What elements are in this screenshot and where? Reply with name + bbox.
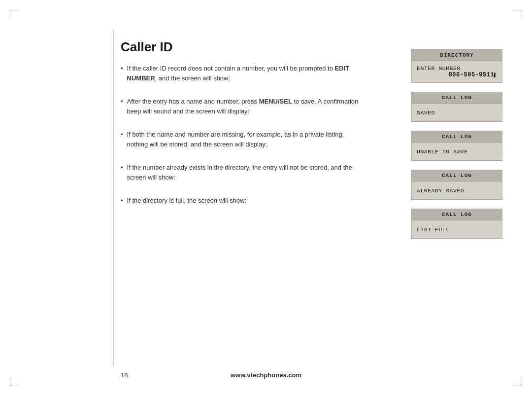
screen-calllog-unable: CALL LOG UNABLE TO SAVE (411, 131, 502, 161)
screen-calllog-saved-body: SAVED (412, 104, 502, 121)
bullet-text-3: If both the name and number are missing,… (127, 130, 362, 149)
bullet-text-4: If the number already exists in the dire… (127, 163, 362, 182)
screen-calllog-already: CALL LOG ALREADY SAVED (411, 170, 502, 200)
corner-mark-bl (10, 377, 19, 386)
website: www.vtechphones.com (231, 371, 301, 379)
screen-calllog-unable-header: CALL LOG (412, 131, 502, 143)
corner-mark-tr (513, 10, 522, 19)
screen-calllog-saved-header: CALL LOG (412, 92, 502, 104)
main-content: Caller ID • If the caller ID record does… (121, 39, 362, 219)
screen-calllog-listfull-header: CALL LOG (412, 209, 502, 220)
corner-mark-tl (10, 10, 19, 19)
screen-calllog-unable-body: UNABLE TO SAVE (412, 143, 502, 160)
bullet-section-4: • If the number already exists in the di… (121, 163, 362, 182)
bullet-text-2: After the entry has a name and number, p… (127, 97, 362, 116)
screen-calllog-saved-line1: SAVED (417, 109, 497, 116)
bullet-section-1: • If the caller ID record does not conta… (121, 64, 362, 83)
bullet-section-5: • If the directory is full, the screen w… (121, 196, 362, 206)
screen-calllog-listfull-line1: LIST FULL (417, 226, 497, 233)
bullet-text-1: If the caller ID record does not contain… (127, 64, 362, 83)
screen-calllog-listfull-body: LIST FULL (412, 220, 502, 238)
screen-calllog-already-line1: ALREADY SAVED (417, 187, 497, 194)
screen-directory-body: ENTER NUMBER 800-595-9511▌ (412, 61, 502, 82)
left-border-line (113, 30, 114, 366)
bullet-section-3: • If both the name and number are missin… (121, 130, 362, 149)
screen-calllog-saved: CALL LOG SAVED (411, 92, 502, 122)
screen-calllog-already-body: ALREADY SAVED (412, 181, 502, 199)
screen-calllog-unable-line1: UNABLE TO SAVE (417, 148, 497, 155)
bullet-dot-3: • (121, 131, 123, 138)
screen-calllog-listfull: CALL LOG LIST FULL (411, 209, 502, 239)
bullet-text-5: If the directory is full, the screen wil… (127, 196, 247, 206)
bullet-dot-4: • (121, 164, 123, 171)
page-title: Caller ID (121, 39, 362, 55)
screen-calllog-already-header: CALL LOG (412, 170, 502, 181)
screen-directory: DIRECTORY ENTER NUMBER 800-595-9511▌ (411, 49, 502, 83)
bullet-section-2: • After the entry has a name and number,… (121, 97, 362, 116)
page-number: 18 (121, 371, 128, 379)
screens-column: DIRECTORY ENTER NUMBER 800-595-9511▌ CAL… (411, 49, 502, 239)
screen-directory-line2: 800-595-9511▌ (417, 72, 497, 78)
bullet-dot-2: • (121, 98, 123, 105)
corner-mark-br (513, 377, 522, 386)
bullet-dot-1: • (121, 65, 123, 72)
bullet-dot-5: • (121, 197, 123, 204)
screen-directory-header: DIRECTORY (412, 50, 502, 61)
screen-directory-line1: ENTER NUMBER (417, 65, 497, 72)
